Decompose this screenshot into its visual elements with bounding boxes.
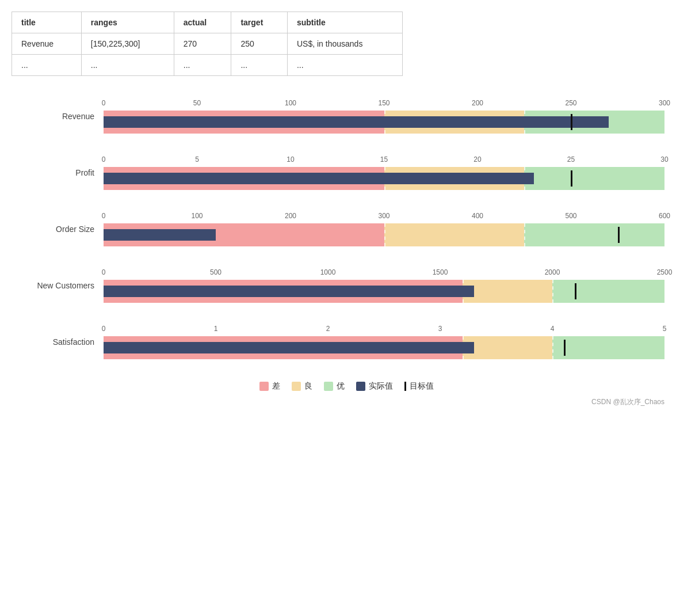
- bullet-chart-order-size: Order Size0100200300400500600: [29, 212, 664, 251]
- axis-tick-order-size-400: 400: [472, 212, 483, 220]
- bullet-axis-bar-revenue: 050100150200250300: [104, 99, 664, 134]
- range-good-new-customers: [463, 280, 552, 303]
- table-cell-r0-c4: US$, in thousands: [287, 33, 402, 55]
- col-header-actual: actual: [174, 12, 231, 33]
- table-cell-r0-c2: 270: [174, 33, 231, 55]
- bullet-chart-revenue: Revenue050100150200250300: [29, 99, 664, 138]
- bullet-axis-bar-satisfaction: 012345: [104, 325, 664, 359]
- axis-tick-profit-25: 25: [567, 155, 575, 163]
- axis-tick-new-customers-0: 0: [102, 268, 106, 276]
- watermark: CSDN @乱次序_Chaos: [29, 397, 664, 407]
- bullet-axis-profit: 051015202530: [104, 155, 664, 166]
- bullet-axis-bar-order-size: 0100200300400500600: [104, 212, 664, 246]
- legend-label-great: 优: [337, 381, 345, 391]
- bullet-bar-container-revenue: [104, 111, 664, 134]
- axis-tick-new-customers-1500: 1500: [433, 268, 448, 276]
- table-cell-r0-c1: [150,225,300]: [81, 33, 174, 55]
- axis-tick-profit-30: 30: [660, 155, 668, 163]
- range-great-order-size: [524, 223, 664, 246]
- legend-label-target: 目标值: [410, 381, 434, 391]
- axis-tick-order-size-500: 500: [565, 212, 576, 220]
- data-table-section: title ranges actual target subtitle Reve…: [12, 12, 664, 76]
- target-line-revenue: [571, 114, 572, 130]
- axis-tick-new-customers-500: 500: [210, 268, 221, 276]
- axis-tick-revenue-50: 50: [193, 99, 201, 107]
- axis-tick-satisfaction-0: 0: [102, 325, 106, 333]
- axis-tick-order-size-100: 100: [191, 212, 203, 220]
- axis-tick-order-size-300: 300: [378, 212, 389, 220]
- legend-color-good: [292, 382, 301, 391]
- bullet-chart-profit: Profit051015202530: [29, 155, 664, 195]
- table-row: ...............: [12, 55, 403, 76]
- legend-color-bad: [259, 382, 269, 391]
- axis-tick-new-customers-2500: 2500: [657, 268, 673, 276]
- legend-label-actual: 实际值: [369, 381, 393, 391]
- bullet-label-satisfaction: Satisfaction: [29, 337, 104, 347]
- range-great-new-customers: [552, 280, 664, 303]
- bullet-chart-satisfaction: Satisfaction012345: [29, 325, 664, 364]
- target-line-new-customers: [575, 283, 576, 299]
- bullet-axis-new-customers: 05001000150020002500: [104, 268, 664, 279]
- legend-item-good: 良: [292, 381, 312, 391]
- bullet-row-revenue: Revenue050100150200250300: [29, 99, 664, 134]
- bullet-label-order-size: Order Size: [29, 225, 104, 234]
- bullet-bar-container-profit: [104, 167, 664, 190]
- col-header-target: target: [231, 12, 288, 33]
- bullet-label-revenue: Revenue: [29, 112, 104, 121]
- col-header-subtitle: subtitle: [287, 12, 402, 33]
- legend-item-great: 优: [324, 381, 345, 391]
- bullet-bar-container-satisfaction: [104, 336, 664, 359]
- bullet-bar-container-new-customers: [104, 280, 664, 303]
- actual-bar-new-customers: [104, 286, 474, 297]
- actual-bar-order-size: [104, 229, 216, 241]
- axis-tick-revenue-200: 200: [472, 99, 483, 107]
- axis-tick-satisfaction-5: 5: [663, 325, 667, 333]
- actual-bar-profit: [104, 173, 534, 184]
- axis-tick-profit-5: 5: [195, 155, 199, 163]
- table-cell-r0-c0: Revenue: [12, 33, 82, 55]
- table-row: Revenue[150,225,300]270250US$, in thousa…: [12, 33, 403, 55]
- axis-tick-revenue-0: 0: [102, 99, 106, 107]
- data-table: title ranges actual target subtitle Reve…: [12, 12, 403, 76]
- range-good-satisfaction: [463, 336, 552, 359]
- legend-item-actual: 实际值: [356, 381, 393, 391]
- table-cell-r1-c2: ...: [174, 55, 231, 76]
- axis-tick-revenue-100: 100: [285, 99, 296, 107]
- range-great-profit: [524, 167, 664, 190]
- chart-legend: 差 良 优 实际值 目标值: [29, 381, 664, 391]
- axis-tick-satisfaction-3: 3: [438, 325, 442, 333]
- table-cell-r0-c3: 250: [231, 33, 288, 55]
- bullet-chart-new-customers: New Customers05001000150020002500: [29, 268, 664, 307]
- axis-tick-new-customers-2000: 2000: [545, 268, 560, 276]
- col-header-ranges: ranges: [81, 12, 174, 33]
- legend-line-target: [404, 382, 406, 391]
- axis-tick-satisfaction-2: 2: [326, 325, 330, 333]
- chart-section: Revenue050100150200250300Profit051015202…: [12, 99, 664, 407]
- axis-tick-order-size-200: 200: [285, 212, 296, 220]
- axis-tick-satisfaction-1: 1: [214, 325, 218, 333]
- axis-tick-order-size-600: 600: [659, 212, 670, 220]
- bullet-row-satisfaction: Satisfaction012345: [29, 325, 664, 359]
- bullet-axis-order-size: 0100200300400500600: [104, 212, 664, 222]
- axis-tick-revenue-300: 300: [659, 99, 670, 107]
- legend-label-good: 良: [304, 381, 312, 391]
- axis-tick-satisfaction-4: 4: [551, 325, 555, 333]
- axis-tick-profit-15: 15: [380, 155, 388, 163]
- bullet-bar-container-order-size: [104, 223, 664, 246]
- axis-tick-profit-0: 0: [102, 155, 106, 163]
- axis-tick-revenue-250: 250: [565, 99, 576, 107]
- bullet-axis-bar-profit: 051015202530: [104, 155, 664, 190]
- axis-tick-new-customers-1000: 1000: [320, 268, 336, 276]
- table-cell-r1-c3: ...: [231, 55, 288, 76]
- col-header-title: title: [12, 12, 82, 33]
- target-line-order-size: [618, 227, 620, 243]
- bullet-axis-satisfaction: 012345: [104, 325, 664, 335]
- legend-color-actual: [356, 382, 365, 391]
- table-cell-r1-c1: ...: [81, 55, 174, 76]
- bullet-row-profit: Profit051015202530: [29, 155, 664, 190]
- actual-bar-satisfaction: [104, 342, 474, 353]
- legend-item-bad: 差: [259, 381, 280, 391]
- target-line-profit: [571, 170, 572, 187]
- bullet-row-order-size: Order Size0100200300400500600: [29, 212, 664, 246]
- bullet-label-new-customers: New Customers: [29, 281, 104, 290]
